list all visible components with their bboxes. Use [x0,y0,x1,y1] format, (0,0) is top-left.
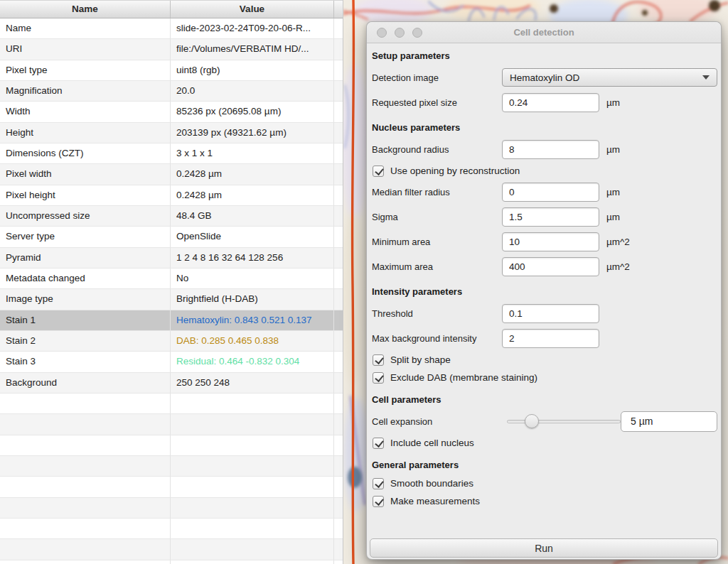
table-row-empty [0,539,343,560]
include-cell-nucleus-checkbox[interactable] [373,438,384,449]
max-background-intensity-input[interactable] [502,329,599,348]
table-body: Nameslide-2023-02-24T09-20-06-R... URIfi… [0,18,343,564]
threshold-label: Threshold [372,308,502,319]
field-exclude-dab: Exclude DAB (membrane staining) [373,371,717,384]
detection-image-label: Detection image [372,72,502,83]
field-use-opening: Use opening by reconstruction [373,164,717,178]
dialog-titlebar[interactable]: Cell detection [367,22,721,43]
max-background-intensity-label: Max background intensity [372,333,502,344]
field-make-measurements: Make measurements [373,494,717,508]
table-row-image-type[interactable]: Image typeBrightfield (H-DAB) [0,289,343,310]
section-intensity-parameters: Intensity parameters [372,286,717,298]
cell-expansion-slider[interactable] [507,415,621,428]
split-by-shape-label: Split by shape [390,354,451,365]
exclude-dab-checkbox[interactable] [373,372,384,384]
requested-pixel-size-input[interactable] [502,93,599,112]
field-minimum-area: Minimum area µm^2 [372,232,717,251]
sigma-unit: µm [606,212,620,222]
table-row-empty [0,435,343,456]
detection-image-select[interactable]: Hematoxylin OD [502,68,717,87]
maximum-area-input[interactable] [502,257,599,276]
table-row-name[interactable]: Nameslide-2023-02-24T09-20-06-R... [0,18,343,39]
table-row-empty [0,477,343,497]
field-include-cell-nucleus: Include cell nucleus [373,436,717,450]
table-row-stain-3[interactable]: Stain 3Residual: 0.464 -0.832 0.304 [0,352,343,372]
maximize-button[interactable] [412,28,422,38]
use-opening-checkbox[interactable] [373,166,384,177]
image-properties-table: Name Value Nameslide-2023-02-24T09-20-06… [0,0,343,564]
table-row-empty [0,560,343,564]
field-cell-expansion: Cell expansion [372,411,717,431]
table-row-magnification[interactable]: Magnification20.0 [0,81,343,102]
minimum-area-input[interactable] [502,232,599,251]
minimum-area-unit: µm^2 [606,237,630,247]
field-requested-pixel-size: Requested pixel size µm [372,92,717,112]
table-row-server-type[interactable]: Server typeOpenSlide [0,227,343,247]
table-row-uncompressed-size[interactable]: Uncompressed size48.4 GB [0,206,343,227]
use-opening-label: Use opening by reconstruction [390,166,520,176]
threshold-input[interactable] [502,304,599,323]
minimize-button[interactable] [395,28,405,38]
field-threshold: Threshold [372,303,717,323]
sigma-label: Sigma [372,212,502,222]
section-general-parameters: General parameters [372,460,717,471]
maximum-area-unit: µm^2 [606,261,630,272]
table-row-empty [0,519,343,539]
window-controls [377,28,422,38]
column-header-value[interactable]: Value [171,1,334,18]
table-row-empty [0,498,343,519]
table-row-pixel-type[interactable]: Pixel typeuint8 (rgb) [0,60,343,81]
sigma-input[interactable] [502,207,599,227]
make-measurements-label: Make measurements [390,496,480,506]
table-row-pixel-height[interactable]: Pixel height0.2428 µm [0,185,343,206]
table-row-width[interactable]: Width85236 px (20695.08 µm) [0,102,343,122]
table-row-pyramid[interactable]: Pyramid1 2 4 8 16 32 64 128 256 [0,248,343,269]
field-sigma: Sigma µm [372,207,717,227]
table-row-stain-2[interactable]: Stain 2DAB: 0.285 0.465 0.838 [0,331,343,352]
table-row-empty [0,456,343,477]
column-header-name[interactable]: Name [0,1,171,18]
requested-pixel-size-label: Requested pixel size [372,97,502,108]
table-row-height[interactable]: Height203139 px (49321.62 µm) [0,123,343,143]
table-row-dimensions[interactable]: Dimensions (CZT)3 x 1 x 1 [0,143,343,164]
chevron-down-icon [702,75,710,80]
include-cell-nucleus-label: Include cell nucleus [390,438,474,448]
close-button[interactable] [377,28,387,38]
make-measurements-checkbox[interactable] [373,496,384,507]
field-max-background-intensity: Max background intensity [372,328,717,348]
requested-pixel-size-unit: µm [606,97,620,108]
cell-detection-dialog: Cell detection Setup parameters Detectio… [366,21,722,560]
section-cell-parameters: Cell parameters [372,394,717,406]
background-radius-label: Background radius [372,144,502,155]
smooth-boundaries-label: Smooth boundaries [390,478,473,489]
field-smooth-boundaries: Smooth boundaries [373,477,717,490]
table-row-uri[interactable]: URIfile:/Volumes/VERBATIM HD/... [0,39,343,60]
column-header-spacer [334,1,343,18]
section-nucleus-parameters: Nucleus parameters [372,122,717,134]
table-row-empty [0,414,343,435]
background-radius-input[interactable] [502,140,599,159]
slider-track [507,420,621,423]
field-median-filter-radius: Median filter radius µm [372,182,717,202]
cell-expansion-input[interactable] [621,411,717,432]
median-filter-radius-input[interactable] [502,183,599,202]
annotation-line [353,0,354,564]
table-header: Name Value [0,0,343,18]
table-row-background[interactable]: Background250 250 248 [0,373,343,394]
maximum-area-label: Maximum area [372,261,502,272]
table-row-metadata-changed[interactable]: Metadata changedNo [0,269,343,289]
minimum-area-label: Minimum area [372,237,502,247]
smooth-boundaries-checkbox[interactable] [373,478,384,489]
table-row-pixel-width[interactable]: Pixel width0.2428 µm [0,164,343,185]
table-row-empty [0,394,343,414]
slider-handle[interactable] [525,414,539,428]
field-detection-image: Detection image Hematoxylin OD [372,67,717,87]
field-maximum-area: Maximum area µm^2 [372,256,717,276]
section-setup-parameters: Setup parameters [372,50,717,62]
field-split-by-shape: Split by shape [373,353,717,367]
run-button[interactable]: Run [370,538,718,558]
split-by-shape-checkbox[interactable] [373,354,384,366]
median-filter-radius-label: Median filter radius [372,187,502,197]
table-row-stain-1[interactable]: Stain 1Hematoxylin: 0.843 0.521 0.137 [0,310,343,331]
detection-image-value: Hematoxylin OD [510,72,702,83]
